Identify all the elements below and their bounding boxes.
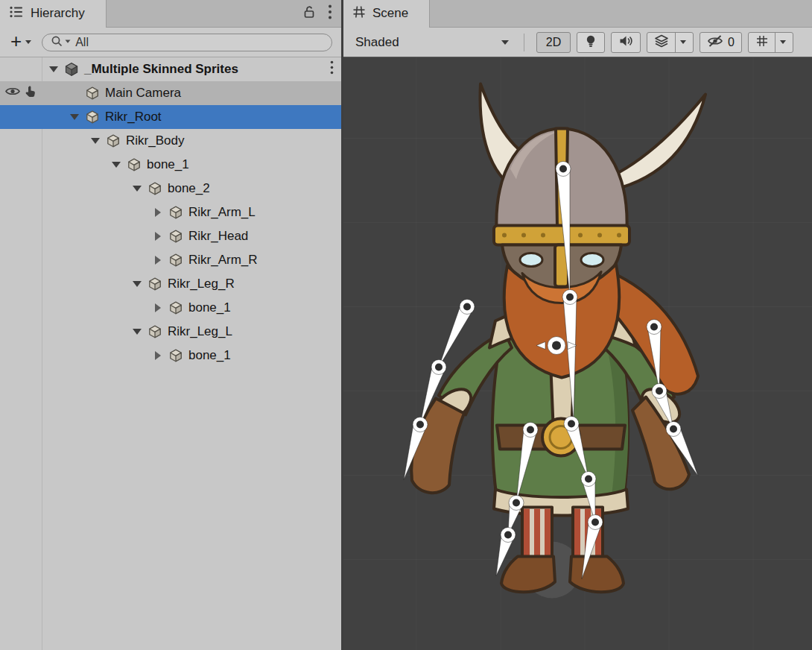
draw-mode-dropdown[interactable]: Shaded xyxy=(349,32,515,53)
foldout-arrow[interactable] xyxy=(128,329,146,335)
foldout-arrow[interactable] xyxy=(107,162,125,168)
effects-dropdown[interactable] xyxy=(675,33,686,52)
tree-row[interactable]: _Multiple Skinned Sprites xyxy=(0,57,341,81)
foldout-arrow[interactable] xyxy=(66,114,83,120)
gameobject-cube-icon xyxy=(83,110,101,124)
pickability-hand-icon[interactable] xyxy=(24,85,37,102)
tree-row-label: bone_1 xyxy=(147,157,189,172)
bone-joint-core xyxy=(568,420,575,428)
tab-hierarchy[interactable]: Hierarchy xyxy=(0,0,107,27)
tree-row[interactable]: Rikr_Body xyxy=(0,129,341,153)
add-object-button[interactable]: + xyxy=(6,34,36,51)
lightbulb-icon xyxy=(584,34,597,51)
gameobject-cube-icon xyxy=(104,133,122,148)
root-bone-wing[interactable] xyxy=(536,342,545,350)
foldout-arrow[interactable] xyxy=(149,351,167,360)
root-bone-joint-core xyxy=(552,341,561,350)
triangle-collapsed-icon xyxy=(155,256,161,265)
bone[interactable] xyxy=(556,168,570,297)
tree-row[interactable]: Rikr_Root xyxy=(0,105,341,129)
hierarchy-tree: _Multiple Skinned SpritesMain CameraRikr… xyxy=(0,57,341,650)
bone-joint-core xyxy=(463,303,471,311)
bone[interactable] xyxy=(647,326,661,391)
triangle-expanded-icon xyxy=(133,186,142,192)
unity-editor-window: Hierarchy + All xyxy=(0,0,812,650)
bone-overlay[interactable] xyxy=(343,57,812,650)
hierarchy-tab-actions xyxy=(302,0,341,27)
chevron-down-icon xyxy=(680,40,686,44)
gameobject-cube-icon xyxy=(167,253,185,268)
scene-asset-icon xyxy=(63,62,80,77)
tree-row[interactable]: Rikr_Head xyxy=(0,224,341,248)
bone[interactable] xyxy=(582,520,602,578)
tree-row[interactable]: Rikr_Arm_R xyxy=(0,248,341,272)
search-input[interactable]: All xyxy=(42,34,332,51)
bone[interactable] xyxy=(563,297,577,422)
lighting-toggle-button[interactable] xyxy=(577,32,605,53)
tab-scene-label: Scene xyxy=(372,6,408,21)
hierarchy-toolbar: + All xyxy=(0,28,341,57)
gameobject-cube-icon xyxy=(146,277,164,291)
tab-scene[interactable]: Scene xyxy=(343,0,430,27)
foldout-arrow[interactable] xyxy=(128,281,146,287)
search-icon[interactable] xyxy=(50,34,72,51)
foldout-arrow[interactable] xyxy=(128,186,146,192)
grid-dropdown[interactable] xyxy=(775,33,786,52)
scene-viewport[interactable] xyxy=(343,57,812,650)
foldout-arrow[interactable] xyxy=(149,256,167,265)
visibility-eye-icon[interactable] xyxy=(4,86,21,101)
effects-toggle-button[interactable] xyxy=(647,32,694,53)
tree-row-label: Rikr_Arm_L xyxy=(188,205,256,220)
triangle-expanded-icon xyxy=(112,162,121,168)
foldout-arrow[interactable] xyxy=(86,138,104,144)
triangle-collapsed-icon xyxy=(155,303,161,312)
gameobject-cube-icon xyxy=(167,229,185,244)
triangle-collapsed-icon xyxy=(155,208,161,217)
tree-row-label: Rikr_Body xyxy=(126,133,184,148)
tree-row[interactable]: bone_1 xyxy=(0,153,341,177)
tree-row[interactable]: Rikr_Leg_R xyxy=(0,272,341,296)
foldout-arrow[interactable] xyxy=(149,303,167,312)
bone-joint-core xyxy=(416,421,424,429)
tree-row-label: Rikr_Root xyxy=(105,110,162,124)
scene-visibility-button[interactable]: 0 xyxy=(700,32,742,53)
triangle-collapsed-icon xyxy=(155,232,161,241)
triangle-expanded-icon xyxy=(133,281,142,287)
grid-settings-button[interactable] xyxy=(748,32,793,53)
row-kebab-menu-icon[interactable] xyxy=(330,60,334,79)
tree-row[interactable]: bone_2 xyxy=(0,177,341,201)
foldout-arrow[interactable] xyxy=(149,208,167,217)
bone-joint-core xyxy=(670,426,677,433)
gameobject-cube-icon xyxy=(167,205,185,220)
tree-row-label: bone_1 xyxy=(188,348,231,363)
search-filter-value: All xyxy=(75,36,89,49)
gameobject-cube-icon xyxy=(146,324,164,339)
toggle-2d-button[interactable]: 2D xyxy=(536,32,571,53)
tree-row[interactable]: bone_1 xyxy=(0,344,341,367)
kebab-menu-icon[interactable] xyxy=(328,4,332,23)
chevron-down-icon xyxy=(501,40,509,45)
tree-row[interactable]: Main Camera xyxy=(0,81,341,105)
foldout-arrow[interactable] xyxy=(45,66,63,72)
tree-row[interactable]: bone_1 xyxy=(0,296,341,320)
effects-layers-icon xyxy=(654,34,669,51)
tree-row-label: Rikr_Leg_L xyxy=(168,324,232,339)
bone-joint-core xyxy=(591,519,599,526)
tree-row[interactable]: Rikr_Arm_L xyxy=(0,201,341,224)
bone-joint-core xyxy=(585,476,592,483)
tree-row-label: bone_1 xyxy=(188,300,231,315)
audio-toggle-button[interactable] xyxy=(611,32,641,53)
foldout-arrow[interactable] xyxy=(149,232,167,241)
triangle-expanded-icon xyxy=(70,114,79,120)
tree-row-label: Rikr_Leg_R xyxy=(168,277,235,291)
lock-icon[interactable] xyxy=(302,4,316,22)
gameobject-cube-icon xyxy=(167,348,185,363)
speaker-icon xyxy=(618,34,633,51)
bone-joint-core xyxy=(559,165,567,173)
tree-row[interactable]: Rikr_Leg_L xyxy=(0,320,341,344)
bone[interactable] xyxy=(516,429,537,503)
bone-joint-core xyxy=(513,499,520,507)
gameobject-cube-icon xyxy=(146,181,164,196)
chevron-down-icon xyxy=(25,40,31,44)
gameobject-cube-icon xyxy=(83,86,101,101)
